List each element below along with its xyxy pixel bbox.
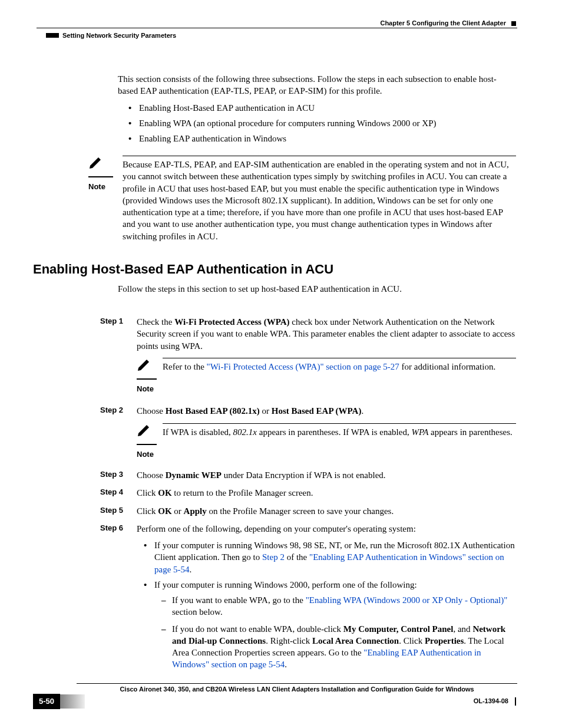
step-6-bullet-1: If your computer is running Windows 98, … <box>154 539 516 575</box>
step-2-note: Note If WPA is disabled, 802.1x appears … <box>137 423 516 460</box>
step-6-dash-list: If you want to enable WPA, go to the "En… <box>154 594 516 671</box>
intro-paragraph: This section consists of the following t… <box>118 73 516 97</box>
step-1-note: Note Refer to the "Wi-Fi Protected Acces… <box>137 358 516 395</box>
note-body: If WPA is disabled, 802.1x appears in pa… <box>163 423 516 438</box>
step-label: Step 4 <box>100 487 137 498</box>
header-section-text: Setting Network Security Parameters <box>62 31 176 40</box>
bold-text: My Computer, Control Panel <box>343 624 454 634</box>
text: , and <box>453 624 472 634</box>
text: Perform one of the following, depending … <box>137 524 416 533</box>
content-column: This section consists of the following t… <box>118 73 516 150</box>
step-label: Step 5 <box>100 505 137 516</box>
step-6: Step 6 Perform one of the following, dep… <box>118 523 516 677</box>
page: Chapter 5 Configuring the Client Adapter… <box>0 0 562 728</box>
bold-text: OK <box>158 488 171 498</box>
header-section: Setting Network Security Parameters <box>46 31 176 40</box>
note-icon-col: Note <box>137 423 157 460</box>
footer-docid-text: OL-1394-08 <box>474 697 508 704</box>
bold-text: Properties <box>425 636 464 645</box>
step-5: Step 5 Click OK or Apply on the Profile … <box>118 505 516 517</box>
note-block: Note Because EAP-TLS, PEAP, and EAP-SIM … <box>88 147 516 242</box>
xref-link[interactable]: "Wi-Fi Protected Access (WPA)" section o… <box>207 362 399 371</box>
xref-link[interactable]: "Enabling WPA (Windows 2000 or XP Only -… <box>306 595 508 605</box>
header-rule <box>37 28 517 28</box>
step-body: Check the Wi-Fi Protected Access (WPA) c… <box>137 316 516 394</box>
text: . Click <box>399 636 425 645</box>
step-body: Click OK to return to the Profile Manage… <box>137 487 516 499</box>
section-intro-text: Follow the steps in this section to set … <box>118 283 516 295</box>
bold-text: OK <box>158 506 171 516</box>
step-1: Step 1 Check the Wi-Fi Protected Access … <box>118 316 516 394</box>
text: or <box>172 506 184 516</box>
text: . Right-click <box>266 636 312 645</box>
text: Check the <box>137 317 174 327</box>
footer-page-number: 5-50 <box>33 694 60 709</box>
italic-text: WPA <box>411 427 428 437</box>
bold-text: Wi-Fi Protected Access (WPA) <box>174 317 289 327</box>
text: Choose <box>137 470 166 480</box>
text: Click <box>137 488 158 498</box>
intro-bullet: Enabling Host-Based EAP authentication i… <box>139 102 516 114</box>
text: for additional information. <box>399 362 495 371</box>
bold-text: Host Based EAP (WPA) <box>272 406 362 416</box>
text: . <box>285 660 287 669</box>
step-label: Step 2 <box>100 405 137 416</box>
footer-docid: OL-1394-08 <box>474 697 516 706</box>
footer-rule <box>77 683 517 684</box>
xref-link[interactable]: Step 2 <box>262 552 285 562</box>
step-body: Perform one of the following, depending … <box>137 523 516 677</box>
note-label: Note <box>137 384 154 393</box>
text: to return to the Profile Manager screen. <box>172 488 313 498</box>
intro-bullet: Enabling WPA (an optional procedure for … <box>139 117 516 129</box>
footer-tick-icon <box>515 697 516 706</box>
italic-text: 802.1x <box>233 427 257 437</box>
section-heading: Enabling Host-Based EAP Authentication i… <box>33 261 333 278</box>
footer-title: Cisco Aironet 340, 350, and CB20A Wirele… <box>77 685 517 694</box>
text: section below. <box>172 607 223 617</box>
text: of the <box>285 552 309 562</box>
step-body: Choose Host Based EAP (802.1x) or Host B… <box>137 405 516 460</box>
note-body: Refer to the "Wi-Fi Protected Access (WP… <box>163 358 516 373</box>
text: If your computer is running Windows 2000… <box>154 580 417 589</box>
text: or <box>260 406 272 416</box>
text: . <box>361 406 363 416</box>
bold-text: Dynamic WEP <box>166 470 222 480</box>
text: on the Profile Manager screen to save yo… <box>207 506 394 516</box>
header-startcap-icon <box>46 33 59 38</box>
text: If you want to enable WPA, go to the <box>172 595 306 605</box>
pencil-icon <box>137 358 152 371</box>
step-2: Step 2 Choose Host Based EAP (802.1x) or… <box>118 405 516 460</box>
bold-text: Host Based EAP (802.1x) <box>166 406 260 416</box>
step-body: Click OK or Apply on the Profile Manager… <box>137 505 516 517</box>
text: If you do not want to enable WPA, double… <box>172 624 343 634</box>
text: If WPA is disabled, <box>163 427 233 437</box>
text: under Data Encryption if WPA is not enab… <box>222 470 386 480</box>
pencil-icon <box>137 423 152 436</box>
note-body: Because EAP-TLS, PEAP, and EAP-SIM authe… <box>123 156 516 242</box>
footer-fade-icon <box>60 694 85 709</box>
step-6-bullet-2: If your computer is running Windows 2000… <box>154 579 516 671</box>
text: Choose <box>137 406 166 416</box>
step-label: Step 6 <box>100 523 137 533</box>
header-endcap-icon <box>511 21 516 26</box>
text: Click <box>137 506 158 516</box>
note-label: Note <box>88 182 105 192</box>
step-label: Step 1 <box>100 316 137 327</box>
steps: Step 1 Check the Wi-Fi Protected Access … <box>118 310 516 677</box>
intro-bullet: Enabling EAP authentication in Windows <box>139 133 516 144</box>
header-chapter: Chapter 5 Configuring the Client Adapter <box>380 19 516 28</box>
header-chapter-text: Chapter 5 Configuring the Client Adapter <box>380 19 506 27</box>
step-6-dash-2: If you do not want to enable WPA, double… <box>172 623 516 671</box>
bold-text: Local Area Connection <box>312 636 399 645</box>
step-3: Step 3 Choose Dynamic WEP under Data Enc… <box>118 469 516 481</box>
step-4: Step 4 Click OK to return to the Profile… <box>118 487 516 499</box>
text: Refer to the <box>163 362 207 371</box>
pencil-icon <box>88 156 104 169</box>
note-label: Note <box>137 450 154 459</box>
intro-bullets: Enabling Host-Based EAP authentication i… <box>118 102 516 145</box>
text: appears in parentheses. If WPA is enable… <box>257 427 411 437</box>
footer-page-box: 5-50 <box>33 694 85 709</box>
text: appears in parentheses. <box>428 427 512 437</box>
step-body: Choose Dynamic WEP under Data Encryption… <box>137 469 516 481</box>
text: . <box>190 565 192 574</box>
